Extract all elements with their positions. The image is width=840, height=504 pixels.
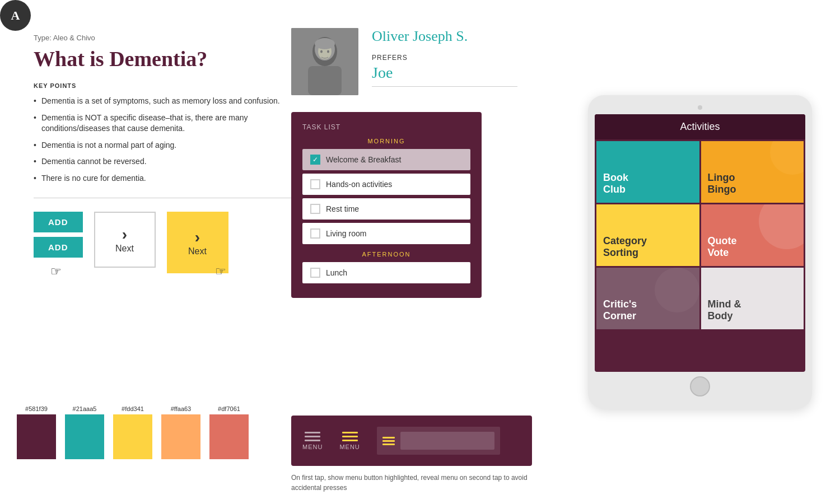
- swatch-5: #df7061: [209, 405, 249, 459]
- activity-tile-category-sorting[interactable]: CategorySorting: [596, 204, 699, 266]
- svg-point-5: [320, 50, 323, 53]
- profile-info: Oliver Joseph S. PREFERS Joe: [372, 28, 560, 87]
- divider: [34, 198, 291, 198]
- a-badge: A: [0, 0, 31, 31]
- color-section: #581f39 #21aaa5 #fdd341 #ffaa63 #df7061: [17, 405, 249, 459]
- activities-grid: BookClub LingoBingo CategorySorting Quot…: [595, 139, 805, 331]
- menu-label-1: MENU: [302, 444, 323, 450]
- type-label: Type: Aleo & Chivo: [34, 34, 291, 42]
- activity-tile-mind-body[interactable]: Mind &Body: [701, 268, 804, 329]
- task-item-living[interactable]: Living room: [302, 223, 470, 244]
- task-item-welcome[interactable]: Welcome & Breakfast: [302, 149, 470, 170]
- menu-caption: On first tap, show menu button highlight…: [291, 473, 532, 493]
- task-item-rest[interactable]: Rest time: [302, 198, 470, 220]
- add-button-1[interactable]: ADD: [34, 212, 83, 232]
- lingo-decoration: [770, 141, 804, 175]
- key-points-label: KEY POINTS: [34, 82, 291, 89]
- color-box-5: [209, 414, 249, 459]
- morning-label: MORNING: [302, 138, 470, 144]
- critics-decoration: [655, 268, 699, 312]
- bullet-item: There is no cure for dementia.: [34, 173, 291, 184]
- menu-icon-group-1: MENU: [302, 432, 323, 450]
- color-box-1: [17, 414, 56, 459]
- cursor-icon-next: ☞: [215, 264, 226, 279]
- right-panel: Activities BookClub LingoBingo CategoryS…: [560, 0, 840, 504]
- swatch-3: #fdd341: [113, 405, 152, 459]
- bullet-item: Dementia is NOT a specific disease–that …: [34, 113, 291, 134]
- task-text-living: Living room: [326, 229, 366, 238]
- color-box-3: [113, 414, 152, 459]
- task-checkbox-handson[interactable]: [310, 179, 320, 189]
- menu-line: [305, 432, 320, 433]
- menu-line-h2: [342, 436, 358, 437]
- add-button-2[interactable]: ADD: [34, 237, 83, 258]
- ipad-header: Activities: [595, 114, 805, 139]
- middle-panel: Oliver Joseph S. PREFERS Joe TASK LIST M…: [291, 28, 560, 298]
- svg-rect-3: [308, 66, 342, 95]
- color-label-2: #21aaa5: [73, 405, 97, 412]
- menu-line-h1: [342, 432, 358, 433]
- menu-icon-group-2: MENU: [339, 432, 360, 450]
- tile-label-quote-vote: QuoteVote: [708, 235, 737, 259]
- chevron-right-icon: ›: [122, 226, 127, 244]
- left-panel: Type: Aleo & Chivo What is Dementia? KEY…: [34, 34, 291, 279]
- menu-line: [305, 440, 320, 441]
- activity-tile-lingo-bingo[interactable]: LingoBingo: [701, 141, 804, 203]
- ipad-frame: Activities BookClub LingoBingo CategoryS…: [588, 95, 812, 409]
- tile-label-mind-body: Mind &Body: [708, 298, 741, 323]
- profile-name: Oliver Joseph S.: [372, 28, 560, 45]
- task-checkbox-rest[interactable]: [310, 204, 320, 214]
- task-item-handson[interactable]: Hands-on activities: [302, 174, 470, 195]
- afternoon-label: AFTERNOON: [302, 251, 470, 258]
- color-label-3: #fdd341: [122, 405, 144, 412]
- svg-point-7: [315, 38, 335, 49]
- menu-label-2: MENU: [339, 444, 360, 450]
- next-button-outline[interactable]: › Next: [94, 212, 156, 268]
- task-checkbox-living[interactable]: [310, 228, 320, 239]
- bullet-item: Dementia cannot be reversed.: [34, 156, 291, 167]
- task-item-lunch[interactable]: Lunch: [302, 262, 470, 283]
- task-checkbox-welcome[interactable]: [310, 155, 320, 165]
- swatch-1: #581f39: [17, 405, 56, 459]
- next-button-filled[interactable]: › Next ☞: [167, 212, 228, 273]
- menu-section: MENU MENU On first tap, show menu button…: [291, 416, 532, 493]
- menu-expanded-line-3: [382, 444, 395, 445]
- activity-tile-quote-vote[interactable]: QuoteVote: [701, 204, 804, 266]
- ipad-header-title: Activities: [680, 121, 720, 132]
- activity-tile-book-club[interactable]: BookClub: [596, 141, 699, 203]
- ipad-home-button[interactable]: [690, 376, 710, 396]
- menu-expanded: [377, 427, 500, 455]
- prefers-name: Joe: [372, 64, 517, 87]
- menu-demo: MENU MENU: [291, 416, 532, 466]
- chevron-right-icon-filled: ›: [195, 228, 200, 246]
- color-label-1: #581f39: [25, 405, 48, 412]
- add-btn-group: ADD ADD ☞: [34, 212, 83, 279]
- profile-section: Oliver Joseph S. PREFERS Joe: [291, 28, 560, 95]
- task-checkbox-lunch[interactable]: [310, 268, 320, 278]
- color-label-5: #df7061: [218, 405, 240, 412]
- tile-label-lingo-bingo: LingoBingo: [708, 172, 736, 196]
- task-list-container: TASK LIST MORNING Welcome & Breakfast Ha…: [291, 112, 482, 298]
- menu-lines-1: [305, 432, 320, 441]
- bullet-item: Dementia is a set of symptoms, such as m…: [34, 96, 291, 107]
- tile-label-category-sorting: CategorySorting: [603, 235, 647, 259]
- tile-label-book-club: BookClub: [603, 172, 628, 196]
- menu-line-h3: [342, 440, 358, 441]
- svg-point-6: [327, 50, 329, 53]
- task-text-handson: Hands-on activities: [326, 180, 392, 189]
- quote-vote-decoration: [759, 204, 804, 249]
- task-text-lunch: Lunch: [326, 268, 347, 277]
- task-text-welcome: Welcome & Breakfast: [326, 155, 401, 164]
- menu-expanded-lines: [382, 437, 395, 445]
- activity-tile-critics-corner[interactable]: Critic'sCorner: [596, 268, 699, 329]
- swatch-2: #21aaa5: [65, 405, 104, 459]
- profile-photo: [291, 28, 358, 95]
- task-list-title: TASK LIST: [302, 123, 470, 131]
- prefers-label: PREFERS: [372, 54, 560, 62]
- bullet-list: Dementia is a set of symptoms, such as m…: [34, 96, 291, 184]
- menu-expanded-content: [400, 432, 494, 450]
- swatch-4: #ffaa63: [161, 405, 200, 459]
- menu-lines-highlighted: [342, 432, 358, 441]
- ipad-camera: [698, 105, 702, 110]
- menu-expanded-line-2: [382, 440, 395, 442]
